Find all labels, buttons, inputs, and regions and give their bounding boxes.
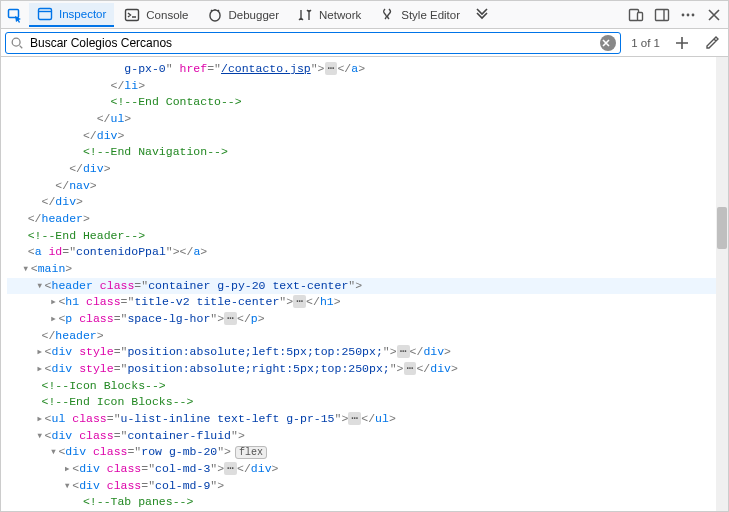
code-line[interactable]: <!--End Navigation--> (7, 144, 716, 161)
code-line[interactable]: </header> (7, 328, 716, 345)
inspector-searchbar: 1 of 1 (1, 29, 728, 57)
svg-point-10 (692, 13, 695, 16)
tab-label: Style Editor (401, 9, 460, 21)
clear-search-icon[interactable] (600, 35, 616, 51)
tab-console[interactable]: Console (116, 3, 196, 27)
code-line[interactable]: ▸<h1 class="title-v2 title-center">⋯</h1… (7, 294, 716, 311)
tab-label: Network (319, 9, 361, 21)
search-input[interactable] (28, 35, 600, 51)
code-line[interactable]: </div> (7, 128, 716, 145)
expand-toggle[interactable]: ▾ (21, 261, 31, 278)
svg-rect-1 (39, 8, 52, 19)
code-line[interactable]: ▸<ul class="u-list-inline text-left g-pr… (7, 411, 716, 428)
devtools-window: Inspector Console Debugger Network Style… (0, 0, 729, 512)
ellipsis-icon[interactable]: ⋯ (404, 362, 417, 375)
code-line[interactable]: </div> (7, 161, 716, 178)
code-line[interactable]: <!--End Header--> (7, 228, 716, 245)
code-line[interactable]: <a id="contenidoPpal"></a> (7, 244, 716, 261)
ellipsis-icon[interactable]: ⋯ (224, 312, 237, 325)
code-line[interactable]: ▸<p class="space-lg-hor">⋯</p> (7, 311, 716, 328)
svg-rect-0 (9, 9, 19, 17)
svg-rect-3 (126, 9, 139, 20)
code-line[interactable]: </header> (7, 211, 716, 228)
expand-toggle[interactable]: ▸ (62, 461, 72, 478)
expand-toggle[interactable]: ▸ (48, 311, 58, 328)
scrollbar-thumb[interactable] (717, 207, 727, 249)
expand-toggle[interactable]: ▾ (35, 428, 45, 445)
code-line[interactable]: <!--Icon Blocks--> (7, 378, 716, 395)
flex-badge[interactable]: flex (235, 446, 267, 459)
code-line[interactable]: </nav> (7, 178, 716, 195)
tab-label: Console (146, 9, 188, 21)
expand-toggle[interactable]: ▸ (48, 294, 58, 311)
code-line[interactable]: ▾<div class="row g-mb-20">flex (7, 444, 716, 461)
expand-toggle[interactable]: ▸ (35, 411, 45, 428)
code-line[interactable]: ▸<div style="position:absolute;right:5px… (7, 361, 716, 378)
svg-point-8 (682, 13, 685, 16)
pick-element-icon[interactable] (3, 3, 27, 27)
eyedropper-icon[interactable] (700, 31, 724, 55)
code-line[interactable]: <!--End Contacto--> (7, 94, 716, 111)
code-line[interactable]: ▾<header class="container g-py-20 text-c… (7, 278, 716, 295)
close-icon[interactable] (702, 3, 726, 27)
code-line[interactable]: ▾<main> (7, 261, 716, 278)
expand-toggle[interactable]: ▾ (35, 278, 45, 295)
ellipsis-icon[interactable]: ⋯ (397, 345, 410, 358)
code-line[interactable]: </div> (7, 194, 716, 211)
code-line[interactable]: ▸<div style="position:absolute;left:5px;… (7, 344, 716, 361)
code-line[interactable]: </li> (7, 78, 716, 95)
expand-toggle[interactable]: ▾ (48, 444, 58, 461)
svg-rect-6 (656, 9, 669, 20)
code-line[interactable]: <!--Tab panes--> (7, 494, 716, 511)
responsive-mode-icon[interactable] (624, 3, 648, 27)
href-link[interactable]: /contacto.jsp (221, 62, 311, 75)
tab-label: Inspector (59, 8, 106, 20)
search-input-wrap[interactable] (5, 32, 621, 54)
ellipsis-icon[interactable]: ⋯ (224, 462, 237, 475)
expand-toggle[interactable]: ▸ (35, 361, 45, 378)
more-icon[interactable] (676, 3, 700, 27)
tabs-overflow-icon[interactable] (470, 3, 494, 27)
add-element-icon[interactable] (670, 31, 694, 55)
svg-rect-5 (638, 12, 643, 20)
code-line[interactable]: <!--End Icon Blocks--> (7, 394, 716, 411)
tab-inspector[interactable]: Inspector (29, 3, 114, 27)
svg-point-9 (687, 13, 690, 16)
expand-toggle[interactable]: ▾ (62, 478, 72, 495)
code-line[interactable]: ▾<div class="col-md-9"> (7, 478, 716, 495)
search-icon (10, 36, 24, 50)
search-result-count: 1 of 1 (627, 37, 664, 49)
code-line[interactable]: ▸<div class="col-md-3">⋯</div> (7, 461, 716, 478)
ellipsis-icon[interactable]: ⋯ (325, 62, 338, 75)
ellipsis-icon[interactable]: ⋯ (293, 295, 306, 308)
svg-point-11 (12, 38, 20, 46)
scrollbar-track[interactable] (716, 57, 728, 511)
dock-mode-icon[interactable] (650, 3, 674, 27)
ellipsis-icon[interactable]: ⋯ (348, 412, 361, 425)
code-line[interactable]: g-px-0" href="/contacto.jsp">⋯</a> (7, 61, 716, 78)
tab-styleeditor[interactable]: Style Editor (371, 3, 468, 27)
code-line[interactable]: ▾<div class="container-fluid"> (7, 428, 716, 445)
devtools-toolbar[interactable]: Inspector Console Debugger Network Style… (1, 1, 728, 29)
tab-debugger[interactable]: Debugger (199, 3, 288, 27)
expand-toggle[interactable]: ▸ (35, 344, 45, 361)
markup-view[interactable]: g-px-0" href="/contacto.jsp">⋯</a> </li>… (1, 57, 716, 511)
code-line[interactable]: </ul> (7, 111, 716, 128)
tab-network[interactable]: Network (289, 3, 369, 27)
tab-label: Debugger (229, 9, 280, 21)
